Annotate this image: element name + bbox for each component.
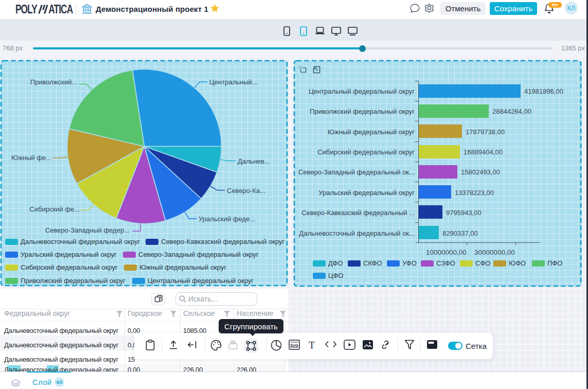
svg-text:SVG: SVG [290, 343, 298, 348]
svg-text:T: T [309, 340, 315, 350]
